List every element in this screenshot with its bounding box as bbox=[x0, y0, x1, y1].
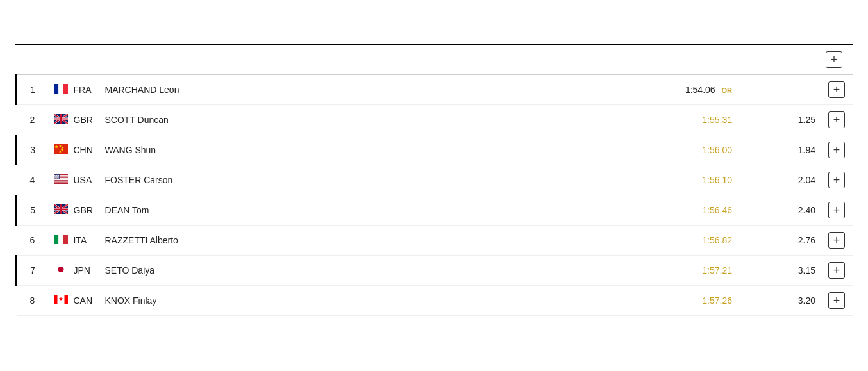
table-row: 5 GBR DEAN Tom1:56.462.40+ bbox=[17, 195, 853, 226]
col-name bbox=[100, 45, 661, 75]
rank-cell: 2 bbox=[17, 105, 49, 135]
or-badge: OR bbox=[722, 87, 733, 94]
page: + 1 FRA MARCHAND Leon1:54.06 OR+2 bbox=[0, 0, 868, 371]
name-cell: SCOTT Duncan bbox=[100, 105, 661, 135]
timebehind-cell: 2.40 bbox=[737, 195, 821, 226]
rank-cell: 5 bbox=[17, 195, 49, 226]
svg-point-42 bbox=[54, 176, 55, 176]
timebehind-cell: 2.04 bbox=[737, 165, 821, 195]
timebehind-cell: 3.20 bbox=[737, 286, 821, 316]
flag-icon bbox=[54, 84, 68, 95]
rank-cell: 8 bbox=[17, 286, 49, 316]
col-noc bbox=[49, 45, 100, 75]
expand-row-button[interactable]: + bbox=[828, 202, 845, 218]
table-row: 7 JPN SETO Daiya1:57.213.15+ bbox=[17, 256, 853, 286]
svg-rect-67 bbox=[54, 209, 68, 210]
name-cell: RAZZETTI Alberto bbox=[100, 226, 661, 256]
noc-code: GBR bbox=[74, 205, 93, 215]
svg-point-45 bbox=[58, 176, 58, 176]
name-cell: KNOX Finlay bbox=[100, 286, 661, 316]
noc-code: ITA bbox=[74, 235, 87, 245]
noc-code: CHN bbox=[74, 145, 93, 155]
flag-icon bbox=[54, 265, 68, 276]
action-cell: + bbox=[821, 75, 853, 105]
expand-row-button[interactable]: + bbox=[828, 292, 845, 309]
action-cell: + bbox=[821, 135, 853, 165]
results-table: + 1 FRA MARCHAND Leon1:54.06 OR+2 bbox=[15, 45, 853, 316]
flag-icon bbox=[54, 204, 68, 216]
time-value: 1:55.31 bbox=[702, 115, 732, 125]
svg-rect-25 bbox=[54, 183, 68, 184]
noc-flag: FRA bbox=[54, 84, 92, 95]
svg-point-47 bbox=[56, 176, 56, 177]
expand-all-button[interactable]: + bbox=[826, 51, 842, 68]
svg-rect-68 bbox=[54, 235, 58, 244]
noc-code: USA bbox=[74, 175, 92, 185]
name-cell: FOSTER Carson bbox=[100, 165, 661, 195]
noc-cell: GBR bbox=[49, 195, 100, 226]
expand-row-button[interactable]: + bbox=[828, 111, 845, 128]
time-cell: 1:54.06 OR bbox=[660, 75, 737, 105]
svg-rect-74 bbox=[54, 295, 58, 304]
time-cell: 1:57.26 bbox=[660, 286, 737, 316]
action-cell: + bbox=[821, 165, 853, 195]
timebehind-cell: 2.76 bbox=[737, 226, 821, 256]
time-cell: 1:56.10 bbox=[660, 165, 737, 195]
noc-code: JPN bbox=[74, 265, 90, 276]
noc-cell: CAN bbox=[49, 286, 100, 316]
time-value: 1:56.82 bbox=[702, 235, 732, 245]
action-cell: + bbox=[821, 256, 853, 286]
action-cell: + bbox=[821, 105, 853, 135]
time-value: 1:54.06 bbox=[685, 85, 715, 95]
svg-point-55 bbox=[55, 177, 56, 178]
flag-icon bbox=[54, 144, 68, 156]
svg-rect-75 bbox=[64, 295, 68, 304]
table-row: 4 bbox=[17, 165, 853, 195]
expand-row-button[interactable]: + bbox=[828, 81, 845, 98]
rank-cell: 1 bbox=[17, 75, 49, 105]
noc-flag: USA bbox=[54, 174, 92, 186]
noc-cell: USA bbox=[49, 165, 100, 195]
svg-rect-24 bbox=[54, 182, 68, 183]
time-cell: 1:55.31 bbox=[660, 105, 737, 135]
rank-cell: 7 bbox=[17, 256, 49, 286]
noc-flag: CHN bbox=[54, 144, 93, 156]
timebehind-cell: 3.15 bbox=[737, 256, 821, 286]
col-timebehind bbox=[737, 45, 821, 75]
rank-cell: 4 bbox=[17, 165, 49, 195]
svg-rect-2 bbox=[63, 84, 67, 94]
svg-point-58 bbox=[58, 177, 58, 178]
name-cell: SETO Daiya bbox=[100, 256, 661, 286]
noc-flag: CAN bbox=[54, 295, 93, 306]
svg-rect-70 bbox=[63, 235, 67, 244]
expand-row-button[interactable]: + bbox=[828, 142, 845, 158]
svg-rect-0 bbox=[54, 84, 58, 94]
table-row: 2 GBR SCOTT Duncan1:55.311.25+ bbox=[17, 105, 853, 135]
noc-cell: FRA bbox=[49, 75, 100, 105]
expand-row-button[interactable]: + bbox=[828, 232, 845, 249]
time-value: 1:57.21 bbox=[702, 265, 732, 276]
expand-row-button[interactable]: + bbox=[828, 262, 845, 279]
expand-row-button[interactable]: + bbox=[828, 172, 845, 188]
noc-code: GBR bbox=[74, 115, 93, 125]
final-header bbox=[15, 31, 853, 45]
time-value: 1:56.00 bbox=[702, 145, 732, 155]
col-rank bbox=[17, 45, 49, 75]
svg-point-49 bbox=[58, 176, 58, 177]
svg-rect-1 bbox=[58, 84, 63, 94]
noc-flag: JPN bbox=[54, 265, 90, 276]
time-cell: 1:56.00 bbox=[660, 135, 737, 165]
flag-icon bbox=[54, 235, 68, 246]
svg-point-46 bbox=[54, 176, 55, 177]
col-action: + bbox=[821, 45, 853, 75]
svg-point-43 bbox=[56, 176, 56, 176]
col-time bbox=[660, 45, 737, 75]
noc-flag: GBR bbox=[54, 204, 93, 216]
time-value: 1:57.26 bbox=[702, 295, 732, 306]
noc-flag: GBR bbox=[54, 114, 93, 126]
flag-icon bbox=[54, 174, 68, 186]
time-cell: 1:56.82 bbox=[660, 226, 737, 256]
flag-icon bbox=[54, 295, 68, 306]
svg-point-57 bbox=[57, 177, 58, 178]
timebehind-cell bbox=[737, 75, 821, 105]
